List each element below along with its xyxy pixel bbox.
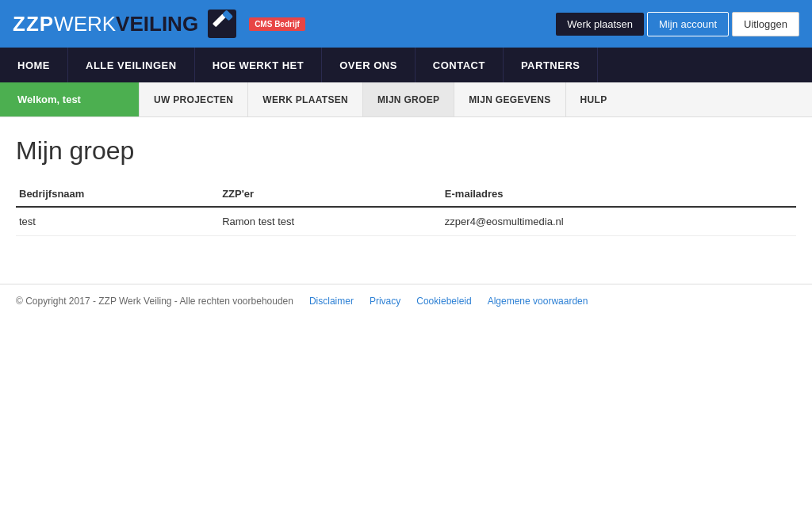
header-buttons: Werk plaatsen Mijn account Uitloggen [556,12,799,36]
group-table: BedrijfsnaamZZP'erE-mailadres testRamon … [16,181,796,236]
main-content: Mijn groep BedrijfsnaamZZP'erE-mailadres… [0,117,812,252]
page-title: Mijn groep [16,136,796,166]
main-nav-item-partners[interactable]: PARTNERS [504,48,599,82]
mijn-account-button[interactable]: Mijn account [647,12,729,36]
welcome-message: Welkom, test [0,82,139,116]
sub-nav-item-mijn-groep[interactable]: MIJN GROEP [362,82,454,116]
table-header-row: BedrijfsnaamZZP'erE-mailadres [16,181,796,207]
table-row: testRamon test testzzper4@eosmultimedia.… [16,207,796,236]
main-nav-item-home[interactable]: HOME [0,48,68,82]
main-nav: HOMEALLE VEILINGENHOE WERKT HETOVER ONSC… [0,48,812,82]
footer-link-algemene-voorwaarden[interactable]: Algemene voorwaarden [488,296,588,307]
table-header: BedrijfsnaamZZP'erE-mailadres [16,181,796,207]
sub-nav-item-mijn-gegevens[interactable]: MIJN GEGEVENS [454,82,565,116]
main-nav-item-hoe-werkt-het[interactable]: HOE WERKT HET [195,48,323,82]
main-nav-item-contact[interactable]: CONTACT [416,48,504,82]
sub-nav: Welkom, test UW PROJECTENWERK PLAATSENMI… [0,82,812,117]
logo-werk: WERK [54,12,116,36]
table-cell-zzper: Ramon test test [219,207,442,236]
werk-plaatsen-button[interactable]: Werk plaatsen [556,13,644,36]
sub-nav-item-werk-plaatsen[interactable]: WERK PLAATSEN [247,82,362,116]
table-cell-emailadres: zzper4@eosmultimedia.nl [442,207,796,236]
table-cell-bedrijfsnaam: test [16,207,219,236]
table-header-bedrijfsnaam: Bedrijfsnaam [16,181,219,207]
table-header-zzper: ZZP'er [219,181,442,207]
footer-link-privacy[interactable]: Privacy [370,296,400,307]
footer-link-cookiebeleid[interactable]: Cookiebeleid [416,296,471,307]
logo-veiling: VEILING [116,12,198,36]
copyright: © Copyright 2017 - ZZP Werk Veiling - Al… [16,296,293,307]
logo: ZZP WERK VEILING [13,12,198,36]
footer-link-disclaimer[interactable]: Disclaimer [309,296,354,307]
uitloggen-button[interactable]: Uitloggen [732,12,799,36]
main-nav-item-over-ons[interactable]: OVER ONS [322,48,416,82]
sub-nav-item-uw-projecten[interactable]: UW PROJECTEN [139,82,247,116]
svg-rect-0 [208,10,236,38]
logo-zzp: ZZP [13,12,54,36]
table-header-emailadres: E-mailadres [442,181,796,207]
footer: © Copyright 2017 - ZZP Werk Veiling - Al… [0,284,812,318]
cms-badge: CMS Bedrijf [249,17,305,31]
table-body: testRamon test testzzper4@eosmultimedia.… [16,207,796,236]
hammer-icon [208,10,236,38]
main-nav-item-alle-veilingen[interactable]: ALLE VEILINGEN [68,48,195,82]
sub-nav-item-hulp[interactable]: HULP [565,82,622,116]
logo-area: ZZP WERK VEILING CMS Bedrijf [13,10,305,38]
header: ZZP WERK VEILING CMS Bedrijf Werk plaats… [0,0,812,48]
